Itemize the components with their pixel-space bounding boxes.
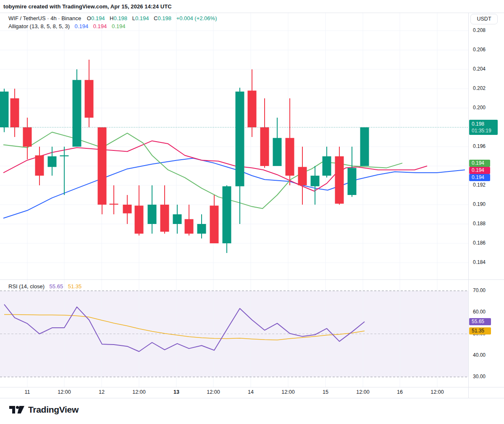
price-axis-label: 0.196 xyxy=(473,143,486,149)
price-axis-label: 0.202 xyxy=(473,85,486,91)
change-value: +0.004 (+2.06%) xyxy=(176,15,217,21)
candle-body xyxy=(98,127,107,205)
tradingview-logo-text: TradingView xyxy=(28,405,79,415)
price-axis[interactable]: USDT 0.2080.2060.2040.2020.2000.1960.192… xyxy=(469,13,504,398)
close-value: 0.198 xyxy=(158,15,171,21)
pane-separator[interactable] xyxy=(0,279,504,280)
time-axis-separator xyxy=(0,387,504,387)
tradingview-logo-icon xyxy=(9,404,24,416)
main-chart-canvas[interactable] xyxy=(0,13,468,279)
candle-countdown: 01:35:19 xyxy=(472,127,495,134)
rsi-axis-label: 70.00 xyxy=(473,287,486,293)
price-axis-label: 0.188 xyxy=(473,221,486,226)
candle-body xyxy=(110,204,118,205)
candle-body xyxy=(85,80,94,118)
price-axis-label: 0.200 xyxy=(473,105,486,111)
rsi-axis-label: 30.00 xyxy=(473,374,486,379)
time-axis-label: 14 xyxy=(248,389,254,395)
high-value: 0.198 xyxy=(113,15,127,21)
candle-body xyxy=(173,214,182,224)
candle-body xyxy=(348,168,357,195)
candle-body xyxy=(223,186,231,243)
low-value: 0.194 xyxy=(135,15,149,21)
open-label: O xyxy=(87,15,91,21)
candle-body xyxy=(360,127,369,166)
page: { "header": { "attribution": "tobymire c… xyxy=(0,0,504,424)
candle-body xyxy=(160,205,169,232)
candle-body xyxy=(0,92,9,127)
alligator-legend[interactable]: Alligator (13, 8, 5, 8, 5, 3) 0.194 0.19… xyxy=(8,23,125,29)
rsi-ma-badge: 51.35 xyxy=(469,327,491,334)
candle-body xyxy=(185,219,194,234)
candle-body xyxy=(48,156,57,167)
rsi-chart-canvas[interactable] xyxy=(0,280,468,387)
alligator-title[interactable]: Alligator (13, 8, 5, 8, 5, 3) xyxy=(8,23,70,29)
rsi-legend[interactable]: RSI (14, close) 55.65 51.35 xyxy=(8,283,81,290)
price-axis-label: 0.204 xyxy=(473,66,486,72)
time-axis-label: 13 xyxy=(173,389,179,395)
time-axis-label: 12:00 xyxy=(132,389,145,395)
candle-body xyxy=(73,80,81,147)
tradingview-chart-widget: { "header": { "attribution": "tobymire c… xyxy=(0,0,504,424)
alligator-jaw[interactable] xyxy=(3,158,465,219)
alligator-teeth-value: 0.194 xyxy=(93,23,107,29)
candle-body xyxy=(248,91,257,127)
candle-body xyxy=(23,127,32,147)
price-axis-label: 0.192 xyxy=(473,182,486,188)
candle-body xyxy=(210,205,219,243)
candle-body xyxy=(286,138,294,176)
time-axis-label: 12:00 xyxy=(281,389,294,395)
alligator-jaw-badge: 0.194 xyxy=(469,174,490,181)
time-axis-label: 12 xyxy=(99,389,105,395)
currency-toggle-button[interactable]: USDT xyxy=(470,14,498,24)
low-label: L xyxy=(132,15,135,21)
candle-body xyxy=(236,92,244,186)
time-axis-label: 16 xyxy=(397,389,403,395)
time-axis-label: 15 xyxy=(323,389,328,395)
rsi-value: 55.65 xyxy=(50,283,63,290)
symbol-legend[interactable]: WIF / TetherUS · 4h · Binance O0.194 H0.… xyxy=(8,15,217,21)
widget-bottom-border xyxy=(0,398,504,398)
price-axis-label: 0.206 xyxy=(473,47,486,53)
candle-body xyxy=(197,224,206,234)
rsi-title[interactable]: RSI (14, close) xyxy=(8,283,45,290)
last-price-value: 0.198 xyxy=(472,121,495,127)
alligator-lips-value: 0.194 xyxy=(112,23,126,29)
candle-body xyxy=(10,98,19,127)
time-axis-label: 12:00 xyxy=(430,389,444,395)
candle-body xyxy=(298,167,307,185)
open-value: 0.194 xyxy=(91,15,105,21)
alligator-teeth-badge: 0.194 xyxy=(469,167,490,174)
time-axis-label: 11 xyxy=(25,389,30,395)
price-axis-label: 0.208 xyxy=(473,27,486,33)
symbol-title[interactable]: WIF / TetherUS · 4h · Binance xyxy=(8,15,81,21)
price-axis-label: 0.186 xyxy=(473,240,486,246)
rsi-axis-label: 40.00 xyxy=(473,352,486,358)
price-axis-label: 0.184 xyxy=(473,259,486,265)
price-axis-separator xyxy=(468,13,469,398)
attribution-bar: tobymire created with TradingView.com, A… xyxy=(0,0,504,13)
candle-body xyxy=(311,176,320,186)
rsi-axis-label: 60.00 xyxy=(473,309,486,315)
rsi-value-badge: 55.65 xyxy=(469,318,491,325)
price-axis-label: 0.190 xyxy=(473,201,486,207)
candle-body xyxy=(323,156,331,176)
time-axis-label: 12:00 xyxy=(58,389,71,395)
alligator-jaw-value: 0.194 xyxy=(75,23,89,29)
candle-body xyxy=(335,156,344,204)
time-axis-label: 12:00 xyxy=(207,389,220,395)
header-separator xyxy=(0,13,504,13)
time-axis[interactable]: 1112:001212:001312:001412:001512:001612:… xyxy=(0,387,468,398)
candle-body xyxy=(135,205,144,234)
last-price-badge: 0.198 01:35:19 xyxy=(469,120,498,135)
candle-body xyxy=(273,138,282,166)
attribution-text: tobymire created with TradingView.com, A… xyxy=(3,3,172,10)
rsi-ma-value: 51.35 xyxy=(68,283,82,290)
candle-body xyxy=(148,205,157,224)
time-axis-label: 12:00 xyxy=(356,389,369,395)
candle-body xyxy=(35,155,44,176)
main-grid xyxy=(0,13,468,279)
alligator-lips-badge: 0.194 xyxy=(469,160,490,167)
candle-body xyxy=(60,155,69,156)
tradingview-logo[interactable]: TradingView xyxy=(9,404,79,416)
